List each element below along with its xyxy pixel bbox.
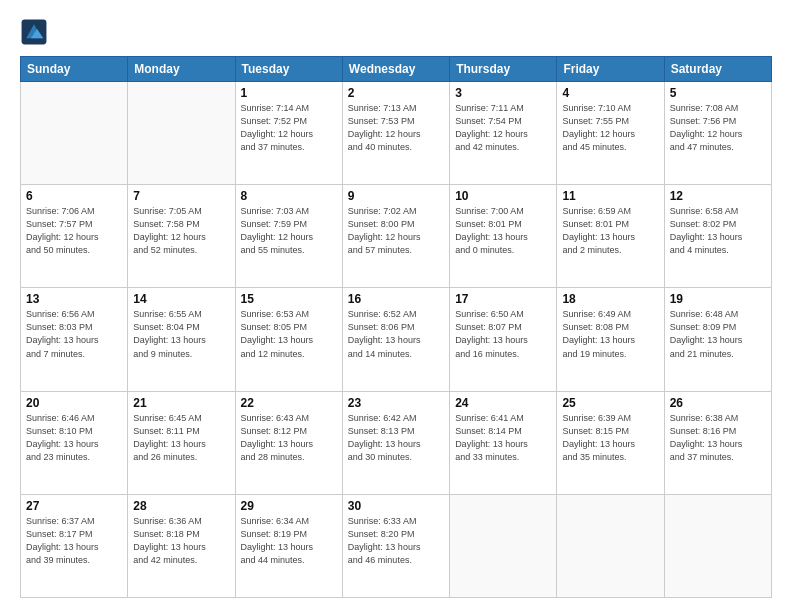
day-number: 1: [241, 86, 337, 100]
calendar-cell: 23Sunrise: 6:42 AMSunset: 8:13 PMDayligh…: [342, 391, 449, 494]
day-header-friday: Friday: [557, 57, 664, 82]
calendar-cell: 16Sunrise: 6:52 AMSunset: 8:06 PMDayligh…: [342, 288, 449, 391]
day-number: 3: [455, 86, 551, 100]
calendar-cell: [557, 494, 664, 597]
day-number: 16: [348, 292, 444, 306]
day-number: 22: [241, 396, 337, 410]
calendar-cell: 7Sunrise: 7:05 AMSunset: 7:58 PMDaylight…: [128, 185, 235, 288]
day-info: Sunrise: 6:34 AMSunset: 8:19 PMDaylight:…: [241, 515, 337, 567]
day-header-sunday: Sunday: [21, 57, 128, 82]
day-info: Sunrise: 6:39 AMSunset: 8:15 PMDaylight:…: [562, 412, 658, 464]
day-number: 4: [562, 86, 658, 100]
calendar-cell: 10Sunrise: 7:00 AMSunset: 8:01 PMDayligh…: [450, 185, 557, 288]
day-info: Sunrise: 6:46 AMSunset: 8:10 PMDaylight:…: [26, 412, 122, 464]
calendar-cell: 6Sunrise: 7:06 AMSunset: 7:57 PMDaylight…: [21, 185, 128, 288]
day-number: 8: [241, 189, 337, 203]
day-info: Sunrise: 7:08 AMSunset: 7:56 PMDaylight:…: [670, 102, 766, 154]
day-number: 30: [348, 499, 444, 513]
day-number: 12: [670, 189, 766, 203]
logo-icon: [20, 18, 48, 46]
day-info: Sunrise: 6:38 AMSunset: 8:16 PMDaylight:…: [670, 412, 766, 464]
day-info: Sunrise: 6:55 AMSunset: 8:04 PMDaylight:…: [133, 308, 229, 360]
calendar-cell: 24Sunrise: 6:41 AMSunset: 8:14 PMDayligh…: [450, 391, 557, 494]
calendar-cell: 14Sunrise: 6:55 AMSunset: 8:04 PMDayligh…: [128, 288, 235, 391]
day-info: Sunrise: 6:50 AMSunset: 8:07 PMDaylight:…: [455, 308, 551, 360]
calendar-cell: 30Sunrise: 6:33 AMSunset: 8:20 PMDayligh…: [342, 494, 449, 597]
day-number: 26: [670, 396, 766, 410]
calendar-cell: 25Sunrise: 6:39 AMSunset: 8:15 PMDayligh…: [557, 391, 664, 494]
day-info: Sunrise: 7:10 AMSunset: 7:55 PMDaylight:…: [562, 102, 658, 154]
day-number: 2: [348, 86, 444, 100]
day-info: Sunrise: 6:59 AMSunset: 8:01 PMDaylight:…: [562, 205, 658, 257]
day-number: 24: [455, 396, 551, 410]
day-info: Sunrise: 7:05 AMSunset: 7:58 PMDaylight:…: [133, 205, 229, 257]
calendar-cell: 26Sunrise: 6:38 AMSunset: 8:16 PMDayligh…: [664, 391, 771, 494]
calendar-cell: [450, 494, 557, 597]
day-info: Sunrise: 7:06 AMSunset: 7:57 PMDaylight:…: [26, 205, 122, 257]
calendar-cell: 11Sunrise: 6:59 AMSunset: 8:01 PMDayligh…: [557, 185, 664, 288]
week-row-5: 27Sunrise: 6:37 AMSunset: 8:17 PMDayligh…: [21, 494, 772, 597]
day-info: Sunrise: 6:58 AMSunset: 8:02 PMDaylight:…: [670, 205, 766, 257]
day-info: Sunrise: 6:49 AMSunset: 8:08 PMDaylight:…: [562, 308, 658, 360]
day-header-thursday: Thursday: [450, 57, 557, 82]
calendar-cell: [664, 494, 771, 597]
day-number: 13: [26, 292, 122, 306]
calendar-cell: 5Sunrise: 7:08 AMSunset: 7:56 PMDaylight…: [664, 82, 771, 185]
week-row-2: 6Sunrise: 7:06 AMSunset: 7:57 PMDaylight…: [21, 185, 772, 288]
day-number: 11: [562, 189, 658, 203]
calendar-cell: 22Sunrise: 6:43 AMSunset: 8:12 PMDayligh…: [235, 391, 342, 494]
day-info: Sunrise: 6:45 AMSunset: 8:11 PMDaylight:…: [133, 412, 229, 464]
header: [20, 18, 772, 46]
page: SundayMondayTuesdayWednesdayThursdayFrid…: [0, 0, 792, 612]
day-number: 5: [670, 86, 766, 100]
calendar-table: SundayMondayTuesdayWednesdayThursdayFrid…: [20, 56, 772, 598]
day-info: Sunrise: 7:14 AMSunset: 7:52 PMDaylight:…: [241, 102, 337, 154]
day-number: 15: [241, 292, 337, 306]
calendar-cell: 8Sunrise: 7:03 AMSunset: 7:59 PMDaylight…: [235, 185, 342, 288]
day-number: 27: [26, 499, 122, 513]
logo: [20, 18, 52, 46]
week-row-3: 13Sunrise: 6:56 AMSunset: 8:03 PMDayligh…: [21, 288, 772, 391]
day-number: 21: [133, 396, 229, 410]
day-info: Sunrise: 6:52 AMSunset: 8:06 PMDaylight:…: [348, 308, 444, 360]
day-info: Sunrise: 6:56 AMSunset: 8:03 PMDaylight:…: [26, 308, 122, 360]
day-info: Sunrise: 7:03 AMSunset: 7:59 PMDaylight:…: [241, 205, 337, 257]
day-header-monday: Monday: [128, 57, 235, 82]
calendar-cell: [128, 82, 235, 185]
week-row-4: 20Sunrise: 6:46 AMSunset: 8:10 PMDayligh…: [21, 391, 772, 494]
day-info: Sunrise: 7:00 AMSunset: 8:01 PMDaylight:…: [455, 205, 551, 257]
day-number: 10: [455, 189, 551, 203]
calendar-body: 1Sunrise: 7:14 AMSunset: 7:52 PMDaylight…: [21, 82, 772, 598]
day-header-saturday: Saturday: [664, 57, 771, 82]
calendar-cell: 12Sunrise: 6:58 AMSunset: 8:02 PMDayligh…: [664, 185, 771, 288]
day-info: Sunrise: 6:53 AMSunset: 8:05 PMDaylight:…: [241, 308, 337, 360]
calendar-cell: 19Sunrise: 6:48 AMSunset: 8:09 PMDayligh…: [664, 288, 771, 391]
days-of-week-row: SundayMondayTuesdayWednesdayThursdayFrid…: [21, 57, 772, 82]
calendar-cell: 29Sunrise: 6:34 AMSunset: 8:19 PMDayligh…: [235, 494, 342, 597]
calendar-cell: 17Sunrise: 6:50 AMSunset: 8:07 PMDayligh…: [450, 288, 557, 391]
day-number: 7: [133, 189, 229, 203]
day-info: Sunrise: 7:11 AMSunset: 7:54 PMDaylight:…: [455, 102, 551, 154]
day-info: Sunrise: 7:13 AMSunset: 7:53 PMDaylight:…: [348, 102, 444, 154]
day-info: Sunrise: 6:36 AMSunset: 8:18 PMDaylight:…: [133, 515, 229, 567]
day-header-tuesday: Tuesday: [235, 57, 342, 82]
calendar-header: SundayMondayTuesdayWednesdayThursdayFrid…: [21, 57, 772, 82]
day-number: 14: [133, 292, 229, 306]
day-info: Sunrise: 7:02 AMSunset: 8:00 PMDaylight:…: [348, 205, 444, 257]
calendar-cell: 4Sunrise: 7:10 AMSunset: 7:55 PMDaylight…: [557, 82, 664, 185]
calendar-cell: 13Sunrise: 6:56 AMSunset: 8:03 PMDayligh…: [21, 288, 128, 391]
calendar-cell: 2Sunrise: 7:13 AMSunset: 7:53 PMDaylight…: [342, 82, 449, 185]
calendar-cell: 15Sunrise: 6:53 AMSunset: 8:05 PMDayligh…: [235, 288, 342, 391]
day-number: 25: [562, 396, 658, 410]
calendar-cell: 18Sunrise: 6:49 AMSunset: 8:08 PMDayligh…: [557, 288, 664, 391]
day-header-wednesday: Wednesday: [342, 57, 449, 82]
day-info: Sunrise: 6:42 AMSunset: 8:13 PMDaylight:…: [348, 412, 444, 464]
week-row-1: 1Sunrise: 7:14 AMSunset: 7:52 PMDaylight…: [21, 82, 772, 185]
day-number: 19: [670, 292, 766, 306]
day-number: 20: [26, 396, 122, 410]
calendar-cell: [21, 82, 128, 185]
calendar-cell: 1Sunrise: 7:14 AMSunset: 7:52 PMDaylight…: [235, 82, 342, 185]
day-info: Sunrise: 6:48 AMSunset: 8:09 PMDaylight:…: [670, 308, 766, 360]
calendar-cell: 3Sunrise: 7:11 AMSunset: 7:54 PMDaylight…: [450, 82, 557, 185]
day-info: Sunrise: 6:41 AMSunset: 8:14 PMDaylight:…: [455, 412, 551, 464]
